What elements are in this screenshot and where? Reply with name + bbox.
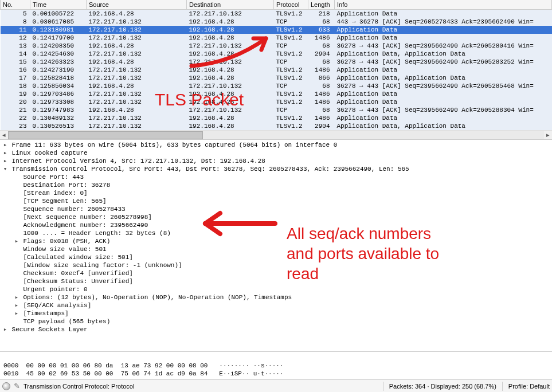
status-profile[interactable]: Profile: Default [508, 383, 550, 390]
capture-file-props-icon[interactable]: ✎ [14, 382, 20, 390]
bytes-offset: 0000 [3, 362, 18, 369]
cell-time: 0.129703486 [30, 90, 87, 98]
cell-proto: TLSv1.2 [274, 98, 308, 106]
col-header-length[interactable]: Length [308, 0, 335, 10]
table-row[interactable]: 190.129703486172.217.10.132192.168.4.28T… [1, 90, 552, 98]
table-row[interactable]: 230.130526513172.217.10.132192.168.4.28T… [1, 122, 552, 130]
packet-bytes-pane[interactable]: 0000 00 00 00 01 00 06 80 da 13 ae 73 92… [0, 351, 552, 379]
col-header-proto[interactable]: Protocol [274, 0, 308, 10]
expand-closed-icon[interactable]: ▸ [14, 301, 19, 309]
cell-len: 2904 [308, 122, 335, 130]
table-row[interactable]: 210.129747983192.168.4.28172.217.10.132T… [1, 106, 552, 114]
cell-len: 1486 [308, 90, 335, 98]
detail-row[interactable]: ▸ Frame 11: 633 bytes on wire (5064 bits… [2, 141, 550, 149]
table-row[interactable]: 140.124254630172.217.10.132192.168.4.28T… [1, 50, 552, 58]
cell-proto: TCP [274, 42, 308, 50]
tree-spacer [14, 317, 19, 326]
scroll-thumb[interactable] [8, 131, 203, 139]
tree-spacer [14, 245, 19, 253]
cell-src: 172.217.10.132 [87, 90, 187, 98]
detail-row[interactable]: ▸ Internet Protocol Version 4, Src: 172.… [2, 157, 550, 165]
cell-dst: 172.217.10.132 [187, 82, 274, 90]
packet-details-pane[interactable]: ▸ Frame 11: 633 bytes on wire (5064 bits… [0, 140, 552, 351]
table-row[interactable]: 120.124179700172.217.10.132192.168.4.28T… [1, 34, 552, 42]
detail-row[interactable]: Acknowledgment number: 2395662490 [2, 221, 550, 229]
expand-closed-icon[interactable]: ▸ [14, 309, 19, 317]
table-row[interactable]: 220.130489132172.217.10.132192.168.4.28T… [1, 114, 552, 122]
col-header-source[interactable]: Source [87, 0, 187, 10]
packet-list-pane[interactable]: No. Time Source Destination Protocol Len… [0, 0, 552, 140]
cell-no: 13 [1, 42, 30, 50]
cell-src: 172.217.10.132 [87, 98, 187, 106]
col-header-no[interactable]: No. [1, 0, 30, 10]
detail-row[interactable]: Destination Port: 36278 [2, 181, 550, 189]
expand-open-icon[interactable]: ▾ [2, 165, 8, 173]
cell-dst: 192.168.4.28 [187, 122, 274, 130]
packet-list-hscroll[interactable]: ◂ ▸ [0, 130, 552, 139]
table-row[interactable]: 170.125828418172.217.10.132192.168.4.28T… [1, 74, 552, 82]
col-header-info[interactable]: Info [335, 0, 552, 10]
scroll-left-icon[interactable]: ◂ [0, 131, 8, 139]
cell-no: 11 [1, 26, 30, 34]
detail-row[interactable]: Sequence number: 2605278433 [2, 205, 550, 213]
packet-header-row[interactable]: No. Time Source Destination Protocol Len… [1, 0, 552, 10]
detail-row[interactable]: ▾ Transmission Control Protocol, Src Por… [2, 165, 550, 173]
detail-row[interactable]: [Stream index: 0] [2, 189, 550, 197]
expand-closed-icon[interactable]: ▸ [2, 326, 8, 334]
expert-info-icon[interactable] [2, 382, 10, 390]
table-row[interactable]: 50.001005722192.168.4.28172.217.10.132TL… [1, 10, 552, 18]
detail-row[interactable]: 1000 .... = Header Length: 32 bytes (8) [2, 229, 550, 237]
detail-row[interactable]: Window size value: 501 [2, 245, 550, 253]
cell-info: 443 → 36278 [ACK] Seq=2605278433 Ack=239… [335, 18, 552, 26]
detail-row[interactable]: Source Port: 443 [2, 173, 550, 181]
detail-row[interactable]: ▸ [SEQ/ACK analysis] [2, 301, 550, 309]
cell-len: 1486 [308, 98, 335, 106]
col-header-dest[interactable]: Destination [187, 0, 274, 10]
detail-row[interactable]: [Window size scaling factor: -1 (unknown… [2, 261, 550, 269]
expand-closed-icon[interactable]: ▸ [14, 293, 19, 301]
cell-dst: 172.217.10.132 [187, 42, 274, 50]
table-row[interactable]: 180.125856034192.168.4.28172.217.10.132T… [1, 82, 552, 90]
packet-table[interactable]: No. Time Source Destination Protocol Len… [0, 0, 552, 130]
detail-text: Urgent pointer: 0 [23, 286, 87, 293]
expand-closed-icon[interactable]: ▸ [14, 237, 19, 245]
table-row[interactable]: 150.124263323192.168.4.28172.217.10.132T… [1, 58, 552, 66]
tree-spacer [14, 285, 19, 293]
bytes-hex: 00 00 00 01 00 06 80 da 13 ae 73 92 00 0… [26, 362, 208, 369]
cell-dst: 172.217.10.132 [187, 10, 274, 18]
detail-row[interactable]: ▸ Options: (12 bytes), No-Operation (NOP… [2, 293, 550, 301]
detail-row[interactable]: ▸ Flags: 0x018 (PSH, ACK) [2, 237, 550, 245]
detail-row[interactable]: [Checksum Status: Unverified] [2, 277, 550, 285]
col-header-time[interactable]: Time [30, 0, 87, 10]
detail-row[interactable]: [Calculated window size: 501] [2, 253, 550, 261]
table-row[interactable]: 200.129733308172.217.10.132192.168.4.28T… [1, 98, 552, 106]
detail-row[interactable]: ▸ Linux cooked capture [2, 149, 550, 157]
detail-text: TCP payload (565 bytes) [23, 318, 110, 325]
cell-time: 0.001005722 [30, 10, 87, 18]
table-row[interactable]: 110.123180981172.217.10.132192.168.4.28T… [1, 26, 552, 34]
table-row[interactable]: 80.030617085172.217.10.132192.168.4.28TC… [1, 18, 552, 26]
scroll-right-icon[interactable]: ▸ [544, 131, 552, 139]
cell-src: 172.217.10.132 [87, 74, 187, 82]
detail-row[interactable]: ▸ [Timestamps] [2, 309, 550, 317]
expand-closed-icon[interactable]: ▸ [2, 141, 8, 149]
scroll-track[interactable] [8, 131, 544, 139]
bytes-offset: 0010 [3, 370, 18, 377]
cell-no: 12 [1, 34, 30, 42]
expand-closed-icon[interactable]: ▸ [2, 157, 8, 165]
detail-row[interactable]: [TCP Segment Len: 565] [2, 197, 550, 205]
detail-row[interactable]: ▸ Secure Sockets Layer [2, 326, 550, 334]
status-bar: ✎ Transmission Control Protocol: Protoco… [0, 379, 552, 392]
tree-spacer [14, 253, 19, 261]
cell-len: 1486 [308, 34, 335, 42]
expand-closed-icon[interactable]: ▸ [2, 149, 8, 157]
detail-text: Options: (12 bytes), No-Operation (NOP),… [23, 294, 292, 301]
cell-info: Application Data, Application Data [335, 122, 552, 130]
detail-row[interactable]: TCP payload (565 bytes) [2, 317, 550, 326]
detail-row[interactable]: [Next sequence number: 2605278998] [2, 213, 550, 221]
table-row[interactable]: 130.124208350192.168.4.28172.217.10.132T… [1, 42, 552, 50]
table-row[interactable]: 160.124273190172.217.10.132192.168.4.28T… [1, 66, 552, 74]
detail-row[interactable]: Checksum: 0xecf4 [unverified] [2, 269, 550, 277]
cell-dst: 172.217.10.132 [187, 106, 274, 114]
detail-row[interactable]: Urgent pointer: 0 [2, 285, 550, 293]
